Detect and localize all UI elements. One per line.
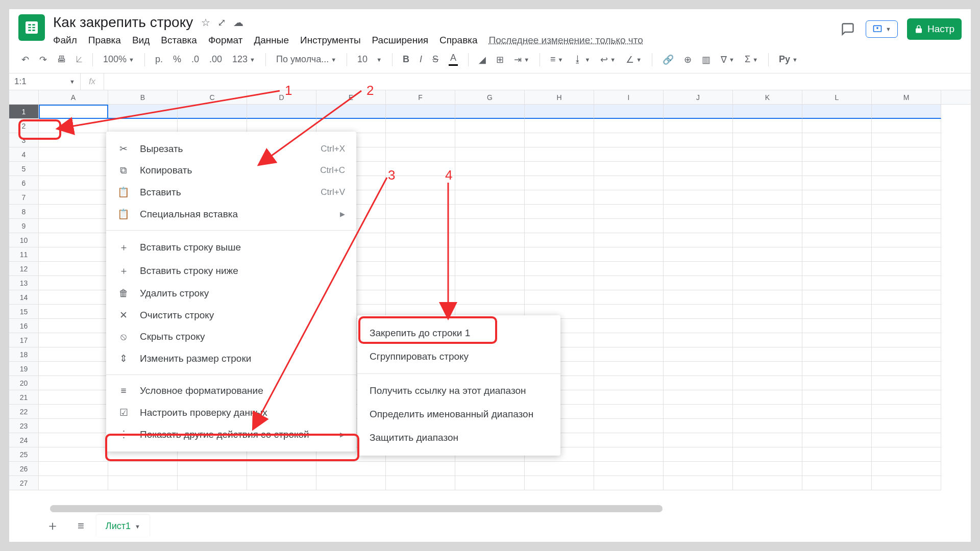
column-header-B[interactable]: B bbox=[108, 90, 178, 104]
cell[interactable] bbox=[525, 133, 594, 147]
cell[interactable] bbox=[802, 433, 872, 447]
cell[interactable] bbox=[664, 362, 733, 376]
cell[interactable] bbox=[39, 447, 108, 462]
cell[interactable] bbox=[664, 305, 733, 319]
menu-insert-above[interactable]: ＋Вставить строку выше bbox=[106, 236, 356, 259]
cell[interactable] bbox=[802, 247, 872, 262]
cell[interactable] bbox=[802, 205, 872, 219]
cell[interactable] bbox=[802, 319, 872, 333]
cell[interactable] bbox=[39, 147, 108, 162]
cell[interactable] bbox=[39, 319, 108, 333]
cell[interactable] bbox=[594, 205, 664, 219]
horizontal-scrollbar[interactable] bbox=[50, 505, 663, 512]
cell[interactable] bbox=[872, 205, 941, 219]
column-header-I[interactable]: I bbox=[594, 90, 664, 104]
cell[interactable] bbox=[386, 233, 455, 247]
cell[interactable] bbox=[39, 405, 108, 419]
menu-cut[interactable]: ✂ВырезатьCtrl+X bbox=[106, 138, 356, 160]
cell[interactable] bbox=[455, 105, 525, 119]
cell[interactable] bbox=[733, 447, 802, 462]
cell[interactable] bbox=[178, 119, 247, 133]
cell[interactable] bbox=[872, 219, 941, 233]
column-header-G[interactable]: G bbox=[455, 90, 525, 104]
menu-Инструменты[interactable]: Инструменты bbox=[300, 35, 360, 46]
comments-icon[interactable] bbox=[839, 20, 856, 38]
menu-Вставка[interactable]: Вставка bbox=[161, 35, 197, 46]
cell[interactable] bbox=[802, 347, 872, 362]
cell[interactable] bbox=[386, 133, 455, 147]
cell[interactable] bbox=[802, 147, 872, 162]
cell[interactable] bbox=[872, 190, 941, 205]
redo-icon[interactable]: ↷ bbox=[36, 52, 50, 67]
menu-copy[interactable]: ⧉КопироватьCtrl+C bbox=[106, 160, 356, 181]
cell[interactable] bbox=[802, 162, 872, 176]
cell[interactable] bbox=[316, 462, 386, 476]
cell[interactable] bbox=[872, 233, 941, 247]
menu-Данные[interactable]: Данные bbox=[254, 35, 289, 46]
menu-clear-row[interactable]: ✕Очистить строку bbox=[106, 304, 356, 326]
cell[interactable] bbox=[872, 247, 941, 262]
cell[interactable] bbox=[733, 319, 802, 333]
cell[interactable] bbox=[386, 205, 455, 219]
valign-button[interactable]: ⭳ ▼ bbox=[570, 52, 593, 67]
cell[interactable] bbox=[386, 476, 455, 490]
cell[interactable] bbox=[872, 290, 941, 305]
cell[interactable] bbox=[525, 105, 594, 119]
row-header-6[interactable]: 6 bbox=[9, 176, 39, 190]
cell[interactable] bbox=[664, 119, 733, 133]
menu-Формат[interactable]: Формат bbox=[208, 35, 243, 46]
cell[interactable] bbox=[733, 233, 802, 247]
cell[interactable] bbox=[386, 190, 455, 205]
cell[interactable] bbox=[733, 147, 802, 162]
add-sheet-button[interactable]: ＋ bbox=[40, 514, 65, 538]
cell[interactable] bbox=[525, 262, 594, 276]
wrap-button[interactable]: ↩ ▼ bbox=[597, 52, 619, 67]
decrease-decimal-button[interactable]: .0 bbox=[188, 52, 202, 67]
functions-button[interactable]: Σ ▼ bbox=[742, 52, 761, 67]
cell[interactable] bbox=[802, 119, 872, 133]
cell[interactable] bbox=[872, 376, 941, 390]
cell[interactable] bbox=[802, 176, 872, 190]
row-header-14[interactable]: 14 bbox=[9, 290, 39, 305]
text-color-button[interactable]: A bbox=[446, 51, 461, 68]
row-header-15[interactable]: 15 bbox=[9, 305, 39, 319]
cell[interactable] bbox=[872, 476, 941, 490]
cell[interactable] bbox=[39, 190, 108, 205]
cell[interactable] bbox=[247, 119, 316, 133]
cell[interactable] bbox=[802, 305, 872, 319]
formula-input[interactable] bbox=[104, 79, 971, 85]
column-header-E[interactable]: E bbox=[316, 90, 386, 104]
cell[interactable] bbox=[664, 147, 733, 162]
cell[interactable] bbox=[872, 419, 941, 433]
chart-button[interactable]: ▥ bbox=[699, 52, 714, 67]
menu-Правка[interactable]: Правка bbox=[88, 35, 121, 46]
cell[interactable] bbox=[455, 476, 525, 490]
cell[interactable] bbox=[455, 176, 525, 190]
cell[interactable] bbox=[664, 290, 733, 305]
cell[interactable] bbox=[247, 476, 316, 490]
row-header-22[interactable]: 22 bbox=[9, 405, 39, 419]
cell[interactable] bbox=[525, 205, 594, 219]
cell[interactable] bbox=[39, 362, 108, 376]
cell[interactable] bbox=[872, 276, 941, 290]
star-icon[interactable]: ☆ bbox=[201, 16, 210, 29]
italic-button[interactable]: I bbox=[416, 52, 425, 67]
cell[interactable] bbox=[594, 133, 664, 147]
rotate-button[interactable]: ∠ ▼ bbox=[623, 52, 645, 67]
row-header-13[interactable]: 13 bbox=[9, 276, 39, 290]
cell[interactable] bbox=[733, 362, 802, 376]
cell[interactable] bbox=[386, 262, 455, 276]
cell[interactable] bbox=[594, 276, 664, 290]
share-button[interactable]: Настр bbox=[907, 18, 962, 40]
cell[interactable] bbox=[872, 347, 941, 362]
cell[interactable] bbox=[733, 247, 802, 262]
row-header-16[interactable]: 16 bbox=[9, 319, 39, 333]
cell[interactable] bbox=[872, 305, 941, 319]
bold-button[interactable]: B bbox=[400, 52, 412, 67]
row-header-19[interactable]: 19 bbox=[9, 362, 39, 376]
cell[interactable] bbox=[733, 347, 802, 362]
row-header-1[interactable]: 1 bbox=[9, 105, 39, 119]
cell[interactable] bbox=[664, 133, 733, 147]
cell[interactable] bbox=[594, 176, 664, 190]
cell[interactable] bbox=[664, 333, 733, 347]
